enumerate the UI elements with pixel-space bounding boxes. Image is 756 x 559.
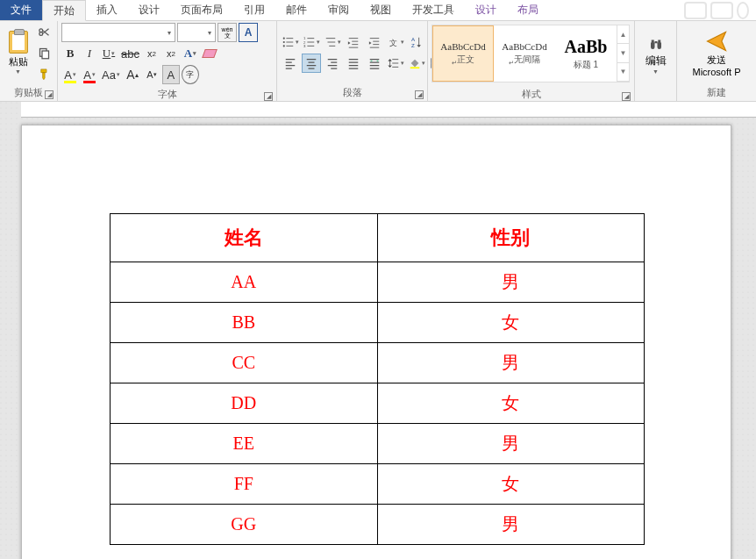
eraser-icon — [202, 49, 218, 58]
style-normal[interactable]: AaBbCcDd ↵正文 — [432, 25, 494, 82]
bullets-button[interactable]: ▾ — [281, 32, 300, 52]
table-row[interactable]: FF女 — [111, 464, 645, 505]
gallery-down[interactable]: ▼ — [617, 44, 629, 62]
tab-插入[interactable]: 插入 — [86, 0, 128, 20]
table-cell[interactable]: 男 — [377, 424, 645, 464]
svg-text:Z: Z — [411, 42, 415, 48]
char-shading-button[interactable]: A — [162, 65, 180, 84]
document-table[interactable]: 姓名 性别 AA男BB女CC男DD女EE男FF女GG男 — [110, 213, 645, 545]
clear-format-button[interactable] — [201, 44, 218, 63]
format-painter-button[interactable] — [34, 65, 53, 82]
indent-decrease-button[interactable] — [344, 32, 363, 52]
style-no-spacing[interactable]: AaBbCcDd ↵无间隔 — [494, 25, 555, 82]
sort-button[interactable]: AZ — [407, 32, 426, 52]
svg-point-3 — [282, 41, 284, 43]
contextual-tab-设计[interactable]: 设计 — [465, 0, 507, 20]
char-border-button[interactable]: A — [239, 23, 258, 42]
dialog-launcher-paragraph[interactable]: ◢ — [415, 90, 424, 99]
group-label-clipboard: 剪贴板 — [14, 87, 43, 97]
strikethrough-button[interactable]: abc — [119, 44, 141, 63]
align-justify-button[interactable] — [344, 54, 363, 73]
svg-point-4 — [282, 45, 284, 47]
align-left-button[interactable] — [281, 54, 300, 73]
align-right-button[interactable] — [323, 54, 342, 73]
shading-button[interactable]: ▾ — [407, 54, 426, 73]
style-heading1[interactable]: AaBb 标题 1 — [555, 25, 617, 82]
table-cell[interactable]: 女 — [377, 464, 645, 505]
clipboard-icon — [9, 31, 28, 54]
tab-设计[interactable]: 设计 — [128, 0, 170, 20]
tab-审阅[interactable]: 审阅 — [317, 0, 360, 20]
horizontal-ruler[interactable] — [21, 102, 756, 118]
table-cell[interactable]: BB — [111, 303, 378, 343]
indent-increase-button[interactable] — [365, 32, 384, 52]
numbering-button[interactable]: 123▾ — [302, 32, 321, 52]
table-row[interactable]: AA男 — [111, 262, 645, 303]
change-case-button[interactable]: Aa▾ — [100, 65, 122, 84]
tab-邮件[interactable]: 邮件 — [275, 0, 317, 20]
svg-text:A: A — [411, 36, 416, 42]
table-cell[interactable]: DD — [111, 383, 378, 424]
subscript-button[interactable]: x2 — [143, 44, 160, 63]
table-row[interactable]: EE男 — [111, 424, 645, 464]
table-row[interactable]: BB女 — [111, 303, 645, 343]
paste-button[interactable]: 粘贴 ▼ — [4, 23, 32, 82]
svg-rect-12 — [410, 67, 419, 68]
gallery-more[interactable]: ▼ — [617, 63, 629, 82]
highlight-button[interactable]: A▾ — [61, 65, 79, 84]
dialog-launcher-font[interactable]: ◢ — [264, 92, 273, 101]
text-effects-button[interactable]: A▾ — [182, 44, 199, 63]
binoculars-icon — [648, 36, 664, 52]
font-name-combo[interactable]: ▾ — [61, 23, 175, 42]
underline-button[interactable]: U▾ — [100, 44, 118, 63]
bold-button[interactable]: B — [61, 44, 79, 63]
table-cell[interactable]: FF — [111, 464, 378, 505]
contextual-tab-布局[interactable]: 布局 — [507, 0, 549, 20]
phonetic-guide-button[interactable]: wén文 — [218, 23, 237, 42]
tab-开始[interactable]: 开始 — [42, 0, 86, 21]
document-page[interactable]: 姓名 性别 AA男BB女CC男DD女EE男FF女GG男 — [21, 125, 731, 559]
enclose-char-button[interactable]: 字 — [182, 65, 199, 84]
table-cell[interactable]: 男 — [377, 343, 645, 383]
tab-视图[interactable]: 视图 — [360, 0, 402, 20]
table-row[interactable]: GG男 — [111, 505, 645, 545]
line-spacing-button[interactable]: ▾ — [386, 54, 405, 73]
font-size-combo[interactable]: ▾ — [177, 23, 216, 42]
dialog-launcher-styles[interactable]: ◢ — [622, 92, 631, 101]
align-right-icon — [326, 57, 339, 69]
distribute-button[interactable] — [365, 54, 384, 73]
cut-button[interactable] — [34, 23, 53, 40]
table-cell[interactable]: 女 — [377, 383, 645, 424]
superscript-button[interactable]: x2 — [162, 44, 180, 63]
tab-引用[interactable]: 引用 — [233, 0, 275, 20]
shrink-font-button[interactable]: A▾ — [143, 65, 160, 84]
grow-font-button[interactable]: A▴ — [124, 65, 141, 84]
tab-file[interactable]: 文件 — [0, 0, 42, 20]
multilevel-icon — [325, 36, 337, 48]
table-row[interactable]: DD女 — [111, 383, 645, 424]
table-cell[interactable]: CC — [111, 343, 378, 383]
tab-开发工具[interactable]: 开发工具 — [402, 0, 465, 20]
table-cell[interactable]: 男 — [377, 505, 645, 545]
table-header[interactable]: 姓名 — [111, 214, 378, 262]
table-cell[interactable]: GG — [111, 505, 378, 545]
asian-layout-button[interactable]: 文▾ — [386, 32, 405, 52]
table-cell[interactable]: 男 — [377, 262, 645, 303]
font-color-button[interactable]: A▾ — [81, 65, 98, 84]
group-label-paragraph: 段落 — [343, 87, 362, 97]
italic-button[interactable]: I — [81, 44, 98, 63]
table-cell[interactable]: 女 — [377, 303, 645, 343]
group-paragraph: ▾ 123▾ ▾ 文▾ AZ ¶ ▾ ▾ ▾ — [277, 21, 428, 101]
table-header[interactable]: 性别 — [377, 214, 645, 262]
dialog-launcher-clipboard[interactable]: ◢ — [45, 90, 53, 99]
tab-页面布局[interactable]: 页面布局 — [170, 0, 233, 20]
gallery-up[interactable]: ▲ — [617, 25, 629, 44]
find-button[interactable]: 编辑 ▼ — [638, 23, 673, 87]
table-cell[interactable]: AA — [111, 262, 378, 303]
svg-point-2 — [282, 38, 284, 39]
align-center-button[interactable] — [302, 54, 321, 73]
table-row[interactable]: CC男 — [111, 343, 645, 383]
copy-button[interactable] — [34, 44, 53, 61]
table-cell[interactable]: EE — [111, 424, 378, 464]
multilevel-button[interactable]: ▾ — [323, 32, 342, 52]
